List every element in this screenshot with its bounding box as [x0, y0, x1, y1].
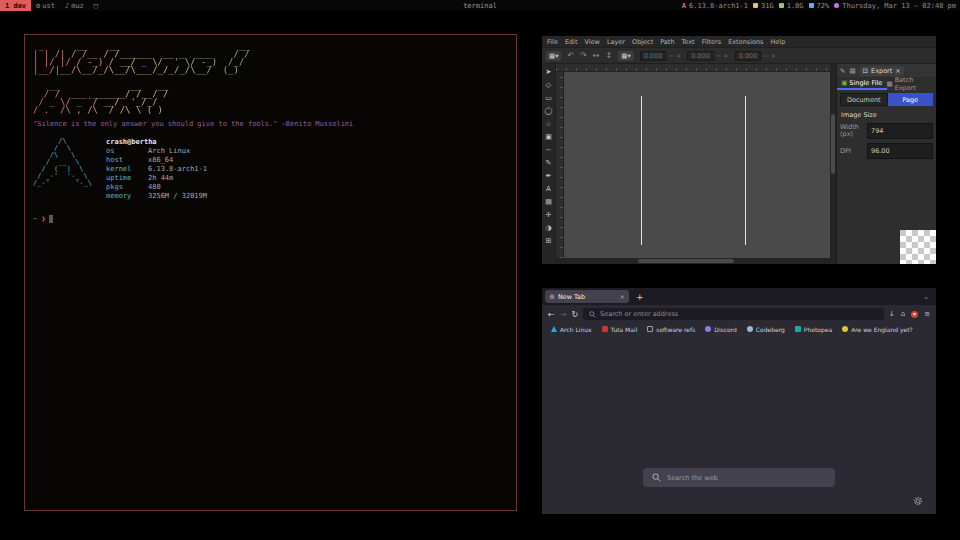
measure-tool[interactable]: ✛ [542, 208, 555, 221]
dpi-input[interactable] [867, 143, 933, 159]
rectangle-tool[interactable]: ▭ [542, 91, 555, 104]
url-input[interactable] [600, 310, 878, 318]
path-line-left[interactable] [641, 96, 642, 245]
y-coordinate-spinner[interactable]: 0.000 − + [687, 51, 729, 61]
menu-view[interactable]: View [584, 38, 599, 46]
selection-mode-dropdown[interactable]: ▦▾ [546, 51, 561, 61]
menu-edit[interactable]: Edit [565, 38, 578, 46]
clock-value: Thursday, Mar 13 — 02:48 pm [842, 2, 956, 10]
canvas-vscrollbar[interactable] [830, 64, 836, 264]
box-3d-tool[interactable]: ▣ [542, 130, 555, 143]
snap-dropdown[interactable]: ▦▾ [618, 51, 633, 61]
tab-title: New Tab [558, 293, 585, 301]
menu-file[interactable]: File [547, 38, 558, 46]
fill-tool[interactable]: ⊞ [542, 234, 555, 247]
width-spinner[interactable]: 0.000 − + [735, 51, 777, 61]
workspace-muz[interactable]: ♪ muz [60, 0, 89, 11]
new-tab-button[interactable]: + [636, 292, 644, 302]
web-search-box[interactable] [643, 468, 835, 487]
text-tool[interactable]: A [542, 182, 555, 195]
status-bar: 1 dev ⚙ ust ♪ muz □ terminal A 6.13.8-ar… [0, 0, 960, 11]
x-value[interactable]: 0.000 [640, 51, 667, 61]
menu-path[interactable]: Path [660, 38, 674, 46]
menu-icon[interactable]: ≡ [924, 310, 930, 318]
terminal-window[interactable]: _ __ __ __ | | /| / /__ / /______ __ _ _… [24, 34, 517, 511]
reload-button[interactable]: ↻ [571, 310, 578, 319]
dropper-tool[interactable]: ◑ [542, 221, 555, 234]
bookmark-england[interactable]: Are we England yet? [842, 326, 913, 333]
shell-prompt[interactable]: ~ ❯ [33, 215, 508, 223]
increment-icon[interactable]: + [723, 52, 728, 60]
menu-object[interactable]: Object [632, 38, 653, 46]
menu-layer[interactable]: Layer [607, 38, 625, 46]
bookmark-photopea[interactable]: Photopea [795, 326, 832, 333]
hscroll-thumb[interactable] [638, 259, 734, 263]
star-tool[interactable]: ☆ [542, 117, 555, 130]
x-coordinate-spinner[interactable]: 0.000 − + [640, 51, 682, 61]
w-value[interactable]: 0.000 [735, 51, 762, 61]
downloads-icon[interactable]: ↓ [889, 310, 895, 318]
flip-vertical-icon[interactable]: ↕ [606, 51, 613, 60]
export-dock-tab[interactable]: ⊡ Export × [860, 66, 904, 76]
home-icon[interactable]: ⌂ [901, 310, 905, 318]
page-button[interactable]: Page [888, 93, 934, 106]
export-mode-tabs: ▣ Single File ▦ Batch Export [837, 77, 936, 90]
single-file-label: Single File [849, 79, 882, 87]
layers-dock-icon[interactable]: ▤ [849, 67, 855, 75]
adblock-extension-icon[interactable] [911, 311, 918, 318]
rotate-cw-icon[interactable]: ↷ [580, 51, 587, 60]
path-line-right[interactable] [745, 96, 746, 245]
bookmark-software-refs[interactable]: software refs [647, 326, 695, 333]
vscroll-thumb[interactable] [831, 114, 835, 174]
arch-logo-icon: A [682, 2, 686, 10]
inkscape-canvas[interactable] [564, 72, 830, 258]
menu-filters[interactable]: Filters [702, 38, 721, 46]
decrement-icon[interactable]: − [668, 52, 673, 60]
increment-icon[interactable]: + [771, 52, 776, 60]
selector-tool[interactable]: ➤ [542, 65, 555, 78]
bookmark-codeberg[interactable]: Codeberg [747, 326, 785, 333]
node-tool[interactable]: ◇ [542, 78, 555, 91]
menu-extensions[interactable]: Extensions [728, 38, 763, 46]
inkscape-menubar: File Edit View Layer Object Path Text Fi… [542, 36, 936, 47]
decrement-icon[interactable]: − [763, 52, 768, 60]
clock-status: Thursday, Mar 13 — 02:48 pm [834, 2, 956, 10]
inkscape-window[interactable]: File Edit View Layer Object Path Text Fi… [542, 36, 936, 264]
document-button[interactable]: Document [840, 93, 888, 106]
page-settings-gear-icon[interactable] [913, 496, 923, 506]
photopea-favicon [795, 326, 801, 332]
flip-horizontal-icon[interactable]: ↔ [593, 51, 600, 60]
pencil-dock-icon[interactable]: ✎ [840, 67, 845, 75]
menu-text[interactable]: Text [682, 38, 695, 46]
workspace-dev[interactable]: 1 dev [0, 0, 31, 11]
workspace-ust[interactable]: ⚙ ust [31, 0, 60, 11]
gradient-tool[interactable]: ▤ [542, 195, 555, 208]
close-icon[interactable]: × [895, 67, 900, 75]
decrement-icon[interactable]: − [716, 52, 721, 60]
batch-export-label: Batch Export [895, 76, 936, 92]
tab-batch-export[interactable]: ▦ Batch Export [887, 77, 937, 90]
increment-icon[interactable]: + [676, 52, 681, 60]
y-value[interactable]: 0.000 [687, 51, 714, 61]
canvas-hscrollbar[interactable] [556, 258, 830, 264]
url-bar[interactable] [583, 308, 884, 320]
bookmark-discord[interactable]: Discord [705, 326, 737, 333]
spiral-tool[interactable]: ~ [542, 143, 555, 156]
pencil-tool[interactable]: ✎ [542, 156, 555, 169]
rotate-ccw-icon[interactable]: ↶ [567, 51, 574, 60]
tab-single-file[interactable]: ▣ Single File [837, 77, 887, 90]
ellipse-tool[interactable]: ◯ [542, 104, 555, 117]
active-tab[interactable]: ⊕ New Tab × [545, 290, 629, 303]
web-search-input[interactable] [667, 474, 826, 482]
list-tabs-icon[interactable]: ⌄ [923, 293, 929, 301]
bookmark-tuta-mail[interactable]: Tuta Mail [602, 326, 638, 333]
browser-window[interactable]: ⊕ New Tab × + ⌄ ← → ↻ ↓ ⌂ ≡ Arch Linux T… [542, 288, 936, 514]
forward-button[interactable]: → [560, 310, 567, 319]
width-input[interactable] [867, 123, 933, 139]
pen-tool[interactable]: ✒ [542, 169, 555, 182]
menu-help[interactable]: Help [770, 38, 785, 46]
bookmark-arch-linux[interactable]: Arch Linux [551, 326, 592, 333]
workspace-empty[interactable]: □ [89, 0, 103, 11]
back-button[interactable]: ← [548, 310, 555, 319]
tab-close-icon[interactable]: × [620, 293, 625, 301]
